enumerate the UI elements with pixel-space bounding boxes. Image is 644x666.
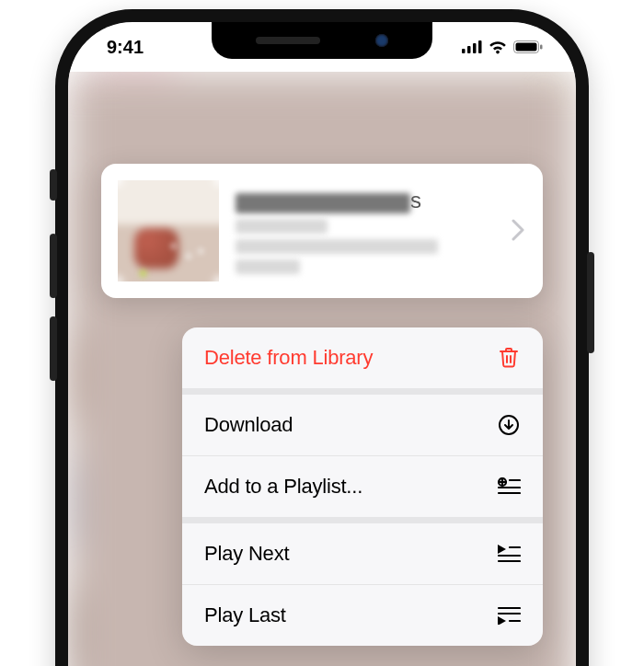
svg-rect-5: [516, 43, 537, 52]
cellular-icon: [462, 40, 482, 53]
download-icon: [497, 413, 521, 437]
add-to-playlist-icon: [497, 475, 521, 499]
trash-icon: [497, 346, 521, 370]
svg-rect-6: [540, 45, 543, 50]
chevron-right-icon: [512, 214, 524, 248]
track-title-visible-suffix: s: [410, 188, 421, 213]
track-preview-card[interactable]: s: [101, 164, 543, 298]
track-info: s: [236, 188, 495, 274]
svg-rect-1: [467, 46, 471, 53]
menu-item-download[interactable]: Download: [182, 388, 543, 455]
iphone-frame: 9:41: [55, 9, 589, 666]
volume-up-button: [50, 234, 57, 298]
content-area: s Delete from Library: [68, 72, 576, 666]
svg-rect-2: [473, 43, 477, 53]
menu-item-label: Play Next: [204, 542, 289, 566]
play-last-icon: [497, 603, 521, 627]
track-title-redacted: [236, 193, 410, 213]
track-subtitle-2-redacted: [236, 239, 438, 254]
play-next-icon: [497, 542, 521, 566]
battery-icon: [513, 40, 543, 53]
menu-item-play-next[interactable]: Play Next: [182, 517, 543, 584]
album-artwork: [118, 180, 219, 281]
svg-marker-10: [498, 616, 506, 625]
status-bar: 9:41: [68, 22, 576, 72]
side-button: [587, 252, 594, 353]
track-subtitle-3-redacted: [236, 259, 300, 274]
menu-item-label: Add to a Playlist...: [204, 475, 362, 499]
svg-rect-0: [462, 49, 466, 53]
menu-item-label: Download: [204, 413, 293, 437]
menu-item-add-to-playlist[interactable]: Add to a Playlist...: [182, 455, 543, 517]
track-subtitle-1-redacted: [236, 219, 328, 234]
menu-item-label: Play Last: [204, 603, 286, 627]
menu-item-play-last[interactable]: Play Last: [182, 584, 543, 646]
status-time: 9:41: [107, 37, 144, 58]
screen: 9:41: [68, 22, 576, 666]
svg-marker-9: [498, 545, 506, 554]
wifi-icon: [488, 40, 508, 54]
volume-down-button: [50, 316, 57, 381]
menu-item-delete-from-library[interactable]: Delete from Library: [182, 327, 543, 388]
status-right: [462, 40, 543, 54]
svg-rect-3: [478, 40, 482, 53]
menu-item-label: Delete from Library: [204, 346, 373, 370]
mute-switch: [50, 169, 57, 201]
context-menu: Delete from Library Download: [182, 327, 543, 646]
